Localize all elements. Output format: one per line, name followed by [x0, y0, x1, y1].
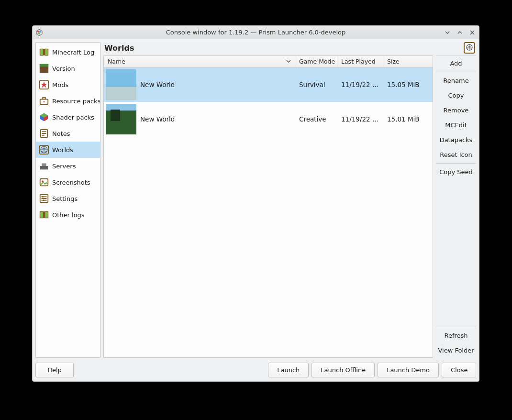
close-icon[interactable]: [468, 29, 476, 36]
launch-offline-button[interactable]: Launch Offline: [312, 363, 375, 377]
sidebar-item-minecraft-log[interactable]: Minecraft Log: [36, 44, 100, 60]
divider: [436, 163, 476, 164]
bottom-bar: Help Launch Launch Offline Launch Demo C…: [33, 361, 479, 381]
svg-point-32: [43, 199, 45, 201]
sidebar-item-version[interactable]: Version: [36, 60, 100, 77]
sidebar-item-shader-packs[interactable]: Shader packs: [36, 109, 100, 125]
svg-point-31: [45, 198, 46, 199]
world-last-played: 11/19/22 7:27 ...: [337, 81, 383, 88]
column-header-size[interactable]: Size: [383, 56, 433, 67]
world-name: New World: [140, 81, 175, 88]
dirt-block-icon: [39, 63, 49, 74]
sidebar-item-label: Minecraft Log: [52, 49, 94, 56]
world-thumbnail: [106, 104, 136, 134]
column-header-game-mode[interactable]: Game Mode: [295, 56, 337, 67]
world-game-mode: Survival: [295, 81, 337, 88]
maximize-icon[interactable]: [456, 29, 464, 36]
svg-point-12: [44, 101, 45, 102]
chevron-down-icon: [286, 58, 291, 65]
help-button[interactable]: Help: [35, 363, 74, 377]
svg-rect-23: [42, 164, 46, 166]
svg-rect-22: [40, 166, 48, 169]
star-icon: [39, 79, 49, 90]
column-header-last-played[interactable]: Last Played: [337, 56, 383, 67]
rename-button[interactable]: Rename: [436, 73, 476, 88]
book-open-icon: [39, 47, 49, 57]
svg-point-30: [42, 196, 44, 198]
world-thumbnail: [106, 69, 136, 100]
page-title: Worlds: [104, 44, 134, 53]
book-open-icon: [39, 210, 49, 220]
sidebar-item-label: Servers: [52, 163, 76, 170]
image-icon: [39, 177, 49, 188]
sidebar-item-label: Screenshots: [52, 179, 90, 186]
sidebar-item-label: Settings: [52, 195, 78, 202]
sliders-icon: [39, 193, 49, 204]
sidebar-item-notes[interactable]: Notes: [36, 125, 100, 142]
server-icon: [39, 161, 49, 171]
svg-point-3: [38, 33, 40, 34]
minimize-icon[interactable]: [444, 29, 451, 36]
cube-icon: [39, 112, 49, 122]
launch-button[interactable]: Launch: [268, 363, 309, 377]
svg-rect-33: [41, 212, 43, 218]
svg-rect-4: [41, 50, 43, 55]
app-icon: [35, 29, 43, 36]
divider: [436, 72, 476, 72]
sidebar: Minecraft Log Version Mods Resource pack…: [35, 42, 100, 358]
svg-rect-5: [45, 50, 48, 55]
sidebar-item-label: Resource packs: [52, 98, 100, 105]
svg-point-1: [37, 31, 39, 33]
datapacks-button[interactable]: Datapacks: [436, 133, 476, 147]
launch-demo-button[interactable]: Launch Demo: [378, 363, 439, 377]
copy-button[interactable]: Copy: [436, 88, 476, 103]
table-row[interactable]: New WorldSurvival11/19/22 7:27 ...15.05 …: [104, 67, 433, 102]
actions-panel: Add Rename Copy Remove MCEdit Datapacks …: [436, 55, 476, 358]
sidebar-item-label: Mods: [52, 81, 68, 88]
note-icon: [39, 128, 49, 139]
svg-marker-9: [41, 82, 47, 88]
refresh-button[interactable]: Refresh: [436, 328, 476, 343]
open-worlds-button[interactable]: [464, 42, 475, 54]
sidebar-item-settings[interactable]: Settings: [36, 190, 100, 207]
world-size: 15.05 MiB: [383, 81, 433, 88]
remove-button[interactable]: Remove: [436, 103, 476, 118]
titlebar: Console window for 1.19.2 — Prism Launch…: [33, 26, 479, 39]
copy-seed-button[interactable]: Copy Seed: [436, 165, 476, 179]
world-game-mode: Creative: [295, 115, 337, 123]
sidebar-item-servers[interactable]: Servers: [36, 158, 100, 174]
table-row[interactable]: New WorldCreative11/19/22 7:28 ...15.01 …: [104, 102, 433, 136]
view-folder-button[interactable]: View Folder: [436, 343, 476, 358]
svg-rect-34: [45, 212, 48, 218]
sidebar-item-label: Shader packs: [52, 114, 94, 121]
window-title: Console window for 1.19.2 — Prism Launch…: [33, 29, 479, 36]
sidebar-item-label: Notes: [52, 130, 70, 137]
sidebar-item-screenshots[interactable]: Screenshots: [36, 174, 100, 190]
world-name: New World: [140, 115, 175, 123]
globe-icon: [39, 144, 49, 155]
reset-icon-button[interactable]: Reset Icon: [436, 147, 476, 162]
worlds-table: Name Game Mode Last Played Size New Worl…: [103, 55, 433, 358]
sidebar-item-label: Version: [52, 65, 75, 72]
window: Console window for 1.19.2 — Prism Launch…: [32, 25, 479, 382]
world-size: 15.01 MiB: [383, 115, 433, 123]
sidebar-item-worlds[interactable]: Worlds: [36, 142, 100, 158]
svg-point-2: [39, 31, 41, 33]
svg-rect-11: [43, 98, 45, 99]
briefcase-icon: [39, 96, 49, 106]
column-header-name[interactable]: Name: [104, 56, 295, 67]
svg-rect-7: [40, 64, 48, 67]
sidebar-item-label: Worlds: [52, 146, 73, 154]
add-button[interactable]: Add: [436, 56, 476, 71]
globe-icon: [466, 44, 473, 53]
mcedit-button[interactable]: MCEdit: [436, 118, 476, 133]
divider: [436, 327, 476, 327]
sidebar-item-label: Other logs: [52, 211, 85, 219]
sidebar-item-resource-packs[interactable]: Resource packs: [36, 93, 100, 109]
sidebar-item-other-logs[interactable]: Other logs: [36, 207, 100, 223]
world-last-played: 11/19/22 7:28 ...: [337, 115, 383, 123]
sidebar-item-mods[interactable]: Mods: [36, 77, 100, 93]
close-button[interactable]: Close: [442, 363, 476, 377]
